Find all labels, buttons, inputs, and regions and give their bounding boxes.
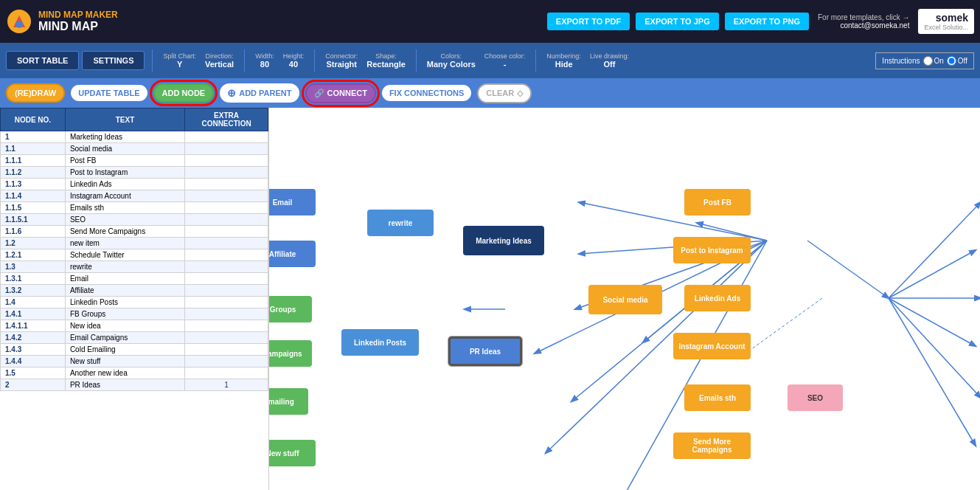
mindmap-node[interactable]: FB Groups [269,296,312,322]
cell-extra [185,226,268,238]
cell-text: Send More Campaigns [65,226,184,238]
svg-line-18 [889,298,976,446]
mindmap-node[interactable]: Social media [588,285,662,314]
divider5 [535,49,536,72]
table-row: 1.2.1Schedule Twitter [1,249,268,261]
clear-button[interactable]: CLEAR ◇ [477,83,532,103]
cell-node-num: 1.4 [1,297,66,308]
connector-field: Connector: Straight [325,52,358,69]
cell-text: PR Ideas [65,379,184,391]
cell-text: Linkedin Posts [65,297,184,308]
cell-node-num: 2 [1,379,66,391]
connector-value: Straight [326,60,357,69]
mindmap-node[interactable]: PR Ideas [448,337,522,366]
mindmap-node[interactable]: SEO [788,384,843,411]
add-node-button[interactable]: ADD NODE [153,83,215,103]
sort-table-button[interactable]: SORT TABLE [6,51,79,70]
table-row: 1.1.6Send More Campaigns [1,226,268,238]
cell-extra [185,143,268,155]
info-text: For more templates, click → [818,13,909,21]
radio-on-input[interactable] [923,56,933,66]
colors-value: Many Colors [427,60,476,69]
cell-extra [185,273,268,285]
export-png-button[interactable]: EXPORT TO PNG [725,13,809,30]
connect-button[interactable]: 🔗 CONNECT [305,83,376,103]
mindmap-node[interactable]: Emails sth [684,384,751,411]
mindmap-node[interactable]: New stuff [269,440,316,466]
cell-extra [185,297,268,308]
table-row: 1.4.1FB Groups [1,308,268,320]
connect-icon: 🔗 [314,89,324,98]
add-parent-button[interactable]: ⊕ ADD PARENT [218,82,300,104]
live-drawing-label: Live drawing: [590,52,629,60]
mindmap-node[interactable]: Post to Instagram [673,237,751,263]
direction-field: Direction: Vertical [205,52,234,69]
shape-label: Shape: [375,52,397,60]
cell-text: Linkedin Ads [65,179,184,190]
settings-button[interactable]: SETTINGS [82,51,145,70]
table-row: 1.1.5Emails sth [1,202,268,214]
height-field: Height: 40 [283,52,305,69]
mindmap-node[interactable]: Instagram Account [673,333,751,359]
cell-text: Schedule Twitter [65,249,184,261]
svg-line-16 [889,298,980,398]
mindmap-node[interactable]: Email Campaigns [269,340,312,367]
mindmap-node[interactable]: Affiliate [269,241,316,267]
action-bar: (RE)DRAW UPDATE TABLE ADD NODE ⊕ ADD PAR… [0,78,980,108]
height-label: Height: [283,52,305,60]
cell-node-num: 1.4.1 [1,308,66,320]
fix-connections-button[interactable]: FIX CONNECTIONS [380,83,473,103]
header-buttons: EXPORT TO PDF EXPORT TO JPG EXPORT TO PN… [547,13,809,30]
svg-line-13 [889,250,976,298]
app-name: MIND MAP MAKER [38,10,547,20]
cell-text: Email [65,273,184,285]
cell-extra [185,131,268,143]
update-table-button[interactable]: UPDATE TABLE [69,83,148,103]
col-extra: EXTRACONNECTION [185,108,268,131]
canvas-area: Marketing IdeasEmailAffiliaterewriteFB G… [269,108,980,490]
mindmap-node[interactable]: Send More Campaigns [673,432,751,459]
mindmap-node[interactable]: Cold Emailing [269,388,308,415]
divider [152,49,153,72]
cell-extra [185,167,268,179]
cell-node-num: 1.1.4 [1,190,66,202]
main-content: NODE NO. TEXT EXTRACONNECTION 1Marketing… [0,108,980,490]
cell-node-num: 1.4.2 [1,332,66,344]
radio-on[interactable]: On [923,56,944,66]
colors-field: Colors: Many Colors [427,52,476,69]
choose-color-value: - [504,60,507,69]
table-row: 1.4.2Email Campaigns [1,332,268,344]
instructions-label: Instructions [882,57,920,65]
redraw-button[interactable]: (RE)DRAW [6,83,65,103]
header-info: For more templates, click → contact@some… [818,13,909,30]
clear-icon: ◇ [517,89,523,98]
mindmap-node[interactable]: Linkedin Posts [341,329,419,356]
mindmap-node[interactable]: Email [269,189,316,215]
width-label: Width: [255,52,274,60]
cell-text: Email Campaigns [65,332,184,344]
split-chart-field: Split Chart: Y [163,52,196,69]
mindmap-node[interactable]: Marketing Ideas [463,226,544,255]
cell-text: Social media [65,143,184,155]
cell-node-num: 1.1 [1,143,66,155]
data-table: NODE NO. TEXT EXTRACONNECTION 1Marketing… [0,108,268,391]
mindmap-node[interactable]: rewrite [367,210,434,236]
export-pdf-button[interactable]: EXPORT TO PDF [547,13,630,30]
cell-node-num: 1.1.1 [1,155,66,167]
cell-extra [185,368,268,379]
col-text: TEXT [65,108,184,131]
divider4 [416,49,417,72]
cell-extra [185,179,268,190]
cell-text: Emails sth [65,202,184,214]
radio-off[interactable]: Off [947,56,967,66]
export-jpg-button[interactable]: EXPORT TO JPG [636,13,718,30]
cell-extra [185,320,268,332]
colors-label: Colors: [441,52,462,60]
radio-off-input[interactable] [947,56,956,66]
mindmap-node[interactable]: Linkedin Ads [684,285,751,311]
live-drawing-field: Live drawing: Off [590,52,629,69]
cell-text: New stuff [65,356,184,368]
table-row: 1.3.1Email [1,273,268,285]
mindmap-node[interactable]: Post FB [684,189,751,215]
shape-field: Shape: Rectangle [366,52,406,69]
